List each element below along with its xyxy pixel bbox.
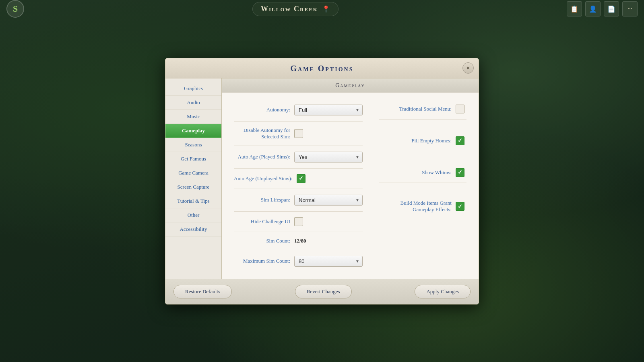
auto-age-unplayed-row: Auto Age (Unplayed Sims): <box>234 170 363 187</box>
show-whims-row: Show Whims: <box>379 164 466 181</box>
sidebar-item-get-famous[interactable]: Get Famous <box>165 152 221 166</box>
autonomy-label: Autonomy: <box>234 107 290 113</box>
revert-changes-button[interactable]: Revert Changes <box>295 285 352 298</box>
traditional-social-label: Traditional Social Menu: <box>379 106 452 112</box>
apply-changes-button[interactable]: Apply Changes <box>415 285 471 298</box>
traditional-social-control <box>456 105 464 113</box>
settings-sidebar: Graphics Audio Music Gameplay Seasons Ge… <box>165 78 222 279</box>
auto-age-unplayed-control <box>297 174 305 183</box>
sidebar-item-other[interactable]: Other <box>165 208 221 222</box>
max-sim-count-row: Maximum Sim Count: 20 40 60 80 100 <box>234 252 363 271</box>
sim-count-value: 12/80 <box>294 238 306 244</box>
modal-title: Game Options <box>291 64 354 73</box>
auto-age-played-dropdown[interactable]: Yes No <box>294 152 363 162</box>
auto-age-played-wrapper: Yes No <box>294 152 363 162</box>
auto-age-played-row: Auto Age (Played Sims): Yes No <box>234 148 363 167</box>
modal-header: Game Options × <box>165 58 479 78</box>
max-sim-count-dropdown[interactable]: 20 40 60 80 100 <box>294 256 363 267</box>
max-sim-count-label: Maximum Sim Count: <box>234 258 290 264</box>
fill-empty-homes-control <box>456 136 464 145</box>
sim-count-label: Sim Count: <box>234 238 290 244</box>
disable-autonomy-checkbox[interactable] <box>294 129 303 138</box>
fill-empty-homes-row: Fill Empty Homes: <box>379 132 466 149</box>
modal-footer: Restore Defaults Revert Changes Apply Ch… <box>165 279 479 304</box>
sidebar-item-screen-capture[interactable]: Screen Capture <box>165 180 221 194</box>
build-mode-label: Build Mode Items GrantGameplay Effects: <box>379 200 452 214</box>
modal-body: Graphics Audio Music Gameplay Seasons Ge… <box>165 78 479 279</box>
hide-challenge-label: Hide Challenge UI <box>234 218 290 225</box>
autonomy-dropdown[interactable]: Full High Normal Low Off <box>294 105 363 115</box>
content-body: Autonomy: Full High Normal Low Off <box>222 93 479 279</box>
auto-age-unplayed-checkbox[interactable] <box>297 174 305 183</box>
disable-autonomy-row: Disable Autonomy forSelected Sim: <box>234 123 363 144</box>
modal-overlay: Game Options × Graphics Audio Music Game… <box>0 0 644 362</box>
sidebar-item-music[interactable]: Music <box>165 110 221 124</box>
hide-challenge-control <box>294 217 303 226</box>
autonomy-dropdown-wrapper: Full High Normal Low Off <box>294 105 363 115</box>
auto-age-played-label: Auto Age (Played Sims): <box>234 154 290 160</box>
sidebar-item-gameplay[interactable]: Gameplay <box>165 124 221 138</box>
fill-empty-homes-checkbox[interactable] <box>456 136 464 145</box>
restore-defaults-button[interactable]: Restore Defaults <box>173 285 232 298</box>
show-whims-checkbox[interactable] <box>456 168 464 177</box>
build-mode-control <box>456 202 464 211</box>
traditional-social-menu-row: Traditional Social Menu: <box>379 101 466 117</box>
show-whims-label: Show Whims: <box>379 169 452 176</box>
build-mode-checkbox[interactable] <box>456 202 464 211</box>
left-column: Autonomy: Full High Normal Low Off <box>234 101 371 271</box>
build-mode-row: Build Mode Items GrantGameplay Effects: <box>379 196 466 218</box>
sidebar-item-audio[interactable]: Audio <box>165 96 221 110</box>
content-header: Gameplay <box>222 78 479 93</box>
right-column: Traditional Social Menu: Fill Empty Home… <box>371 101 466 271</box>
close-button[interactable]: × <box>462 62 474 74</box>
sidebar-item-accessibility[interactable]: Accessibility <box>165 222 221 237</box>
game-options-dialog: Game Options × Graphics Audio Music Game… <box>165 58 479 304</box>
sim-lifespan-label: Sim Lifespan: <box>234 197 290 203</box>
max-sim-count-wrapper: 20 40 60 80 100 <box>294 256 363 267</box>
traditional-social-checkbox[interactable] <box>456 105 464 113</box>
section-title: Gameplay <box>335 82 365 88</box>
hide-challenge-checkbox[interactable] <box>294 217 303 226</box>
fill-empty-homes-label: Fill Empty Homes: <box>379 138 452 144</box>
sidebar-item-tutorial-tips[interactable]: Tutorial & Tips <box>165 194 221 208</box>
sidebar-item-seasons[interactable]: Seasons <box>165 138 221 152</box>
hide-challenge-row: Hide Challenge UI <box>234 213 363 230</box>
sim-lifespan-wrapper: Short Normal Long Epic <box>294 195 363 206</box>
sidebar-item-game-camera[interactable]: Game Camera <box>165 166 221 180</box>
sim-lifespan-row: Sim Lifespan: Short Normal Long Epic <box>234 191 363 210</box>
sim-lifespan-dropdown[interactable]: Short Normal Long Epic <box>294 195 363 206</box>
disable-autonomy-label: Disable Autonomy forSelected Sim: <box>234 127 290 140</box>
content-area: Gameplay Autonomy: Full <box>222 78 479 279</box>
autonomy-row: Autonomy: Full High Normal Low Off <box>234 101 363 119</box>
sim-count-row: Sim Count: 12/80 <box>234 234 363 248</box>
disable-autonomy-control <box>294 129 303 138</box>
show-whims-control <box>456 168 464 177</box>
auto-age-unplayed-label: Auto Age (Unplayed Sims): <box>234 175 293 182</box>
sidebar-item-graphics[interactable]: Graphics <box>165 82 221 96</box>
